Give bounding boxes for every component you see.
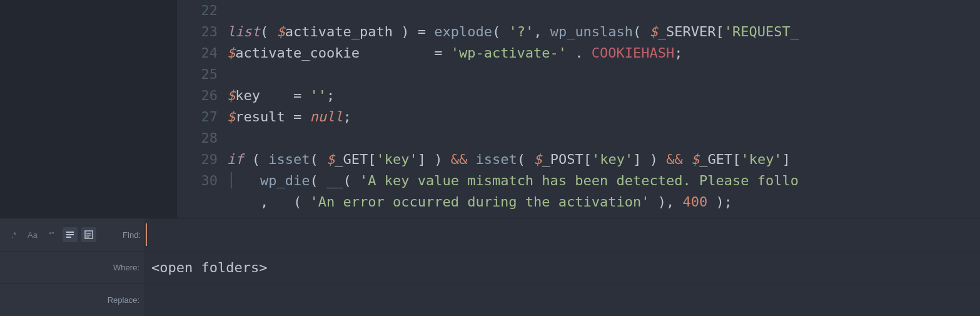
line-number: 30 <box>177 170 218 191</box>
line-number: 24 <box>177 43 218 64</box>
code-line[interactable]: $key = ''; <box>227 85 980 106</box>
replace-input[interactable] <box>145 284 980 316</box>
sidebar <box>0 0 177 218</box>
line-number: 22 <box>177 0 218 21</box>
text-caret <box>146 223 147 246</box>
gutter: 222324252627282930 <box>177 0 218 218</box>
use-buffer-toggle[interactable] <box>81 227 96 242</box>
line-number: 23 <box>177 21 218 43</box>
code-content[interactable]: list( $activate_path ) = explode( '?', w… <box>227 0 980 213</box>
replace-label: Replace: <box>0 284 145 316</box>
line-number: 28 <box>177 128 218 149</box>
code-line[interactable] <box>227 0 980 21</box>
case-sensitive-toggle[interactable]: Aa <box>25 227 40 242</box>
svg-rect-2 <box>66 237 71 238</box>
code-line[interactable]: $result = null; <box>227 106 980 128</box>
code-line[interactable]: $activate_cookie = 'wp-activate-' . COOK… <box>227 43 980 64</box>
find-label: Find: <box>123 230 144 240</box>
search-options-toolbar: .* Aa “” <box>0 218 145 251</box>
code-line[interactable]: │ wp_die( __( 'A key value mismatch has … <box>227 170 980 191</box>
editor-area: 222324252627282930 list( $activate_path … <box>0 0 980 218</box>
whole-word-toggle[interactable]: “” <box>44 227 59 242</box>
code-line[interactable]: if ( isset( $_GET['key'] ) && isset( $_P… <box>227 149 980 170</box>
regex-toggle[interactable]: .* <box>6 227 21 242</box>
code-line[interactable] <box>227 128 980 149</box>
find-in-files-panel: .* Aa “” <box>0 218 980 316</box>
line-number: 29 <box>177 149 218 170</box>
line-number: 25 <box>177 64 218 85</box>
svg-rect-6 <box>86 237 89 238</box>
line-number <box>177 191 218 213</box>
code-line[interactable] <box>227 64 980 85</box>
where-label: Where: <box>0 252 145 283</box>
svg-rect-1 <box>66 234 74 235</box>
svg-rect-5 <box>86 235 91 236</box>
svg-rect-0 <box>66 232 74 233</box>
code-line[interactable]: , ( 'An error occurred during the activa… <box>227 191 980 213</box>
code-editor[interactable]: 222324252627282930 list( $activate_path … <box>177 0 980 218</box>
svg-rect-4 <box>86 233 91 234</box>
line-number: 27 <box>177 106 218 128</box>
line-number: 26 <box>177 85 218 106</box>
code-line[interactable]: list( $activate_path ) = explode( '?', w… <box>227 21 980 43</box>
find-input[interactable] <box>145 218 980 251</box>
show-context-toggle[interactable] <box>63 227 78 242</box>
where-input[interactable]: <open folders> <box>145 252 980 283</box>
